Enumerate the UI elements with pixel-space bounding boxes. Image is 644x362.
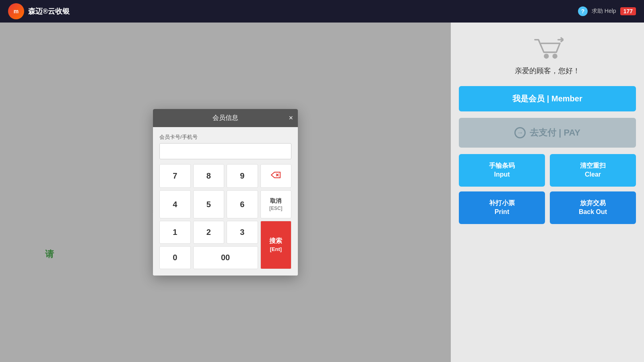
topbar: m 森迈®云收银 ? 求助 Help 177 xyxy=(0,0,644,23)
numpad-1[interactable]: 1 xyxy=(159,221,191,244)
cart-area: 亲爱的顾客，您好！ xyxy=(515,31,580,80)
pay-arrow-icon: → xyxy=(514,127,526,138)
numpad-delete[interactable] xyxy=(260,164,292,188)
member-card-input[interactable] xyxy=(159,143,291,159)
numpad-2[interactable]: 2 xyxy=(193,221,225,244)
numpad-7[interactable]: 7 xyxy=(159,164,191,188)
backout-button[interactable]: 放弃交易 Back Out xyxy=(550,191,636,224)
close-button[interactable]: × xyxy=(289,114,293,122)
greeting-text: 亲爱的顾客，您好！ xyxy=(515,66,580,76)
app-title: 森迈®云收银 xyxy=(28,6,70,16)
help-icon[interactable]: ? xyxy=(578,6,588,16)
numpad-8[interactable]: 8 xyxy=(193,164,225,188)
numpad-9[interactable]: 9 xyxy=(227,164,258,188)
dialog-title: 会员信息 xyxy=(213,114,238,121)
numpad-3[interactable]: 3 xyxy=(227,221,258,244)
print-receipt-button[interactable]: 补打小票 Print xyxy=(459,191,545,224)
pay-button[interactable]: → 去支付 | PAY xyxy=(459,118,636,148)
numpad-6[interactable]: 6 xyxy=(227,190,258,219)
cart-icon xyxy=(531,35,564,63)
numpad-0[interactable]: 0 xyxy=(159,246,191,269)
left-panel: ((·)) 请刷会员卡或输入卡号、手机号 请 会员信息 × 会员卡号/手机号 xyxy=(0,23,451,362)
modal-overlay: 会员信息 × 会员卡号/手机号 7 8 9 xyxy=(0,23,451,362)
svg-point-2 xyxy=(544,53,549,58)
dialog-header: 会员信息 × xyxy=(153,109,298,127)
numpad-search[interactable]: 搜索 [Ent] xyxy=(260,221,292,269)
backspace-icon xyxy=(271,171,281,179)
numpad-cancel[interactable]: 取消 [ESC] xyxy=(260,190,292,219)
notification-badge: 177 xyxy=(620,7,636,15)
numpad-5[interactable]: 5 xyxy=(193,190,225,219)
svg-point-3 xyxy=(552,53,557,58)
member-button[interactable]: 我是会员 | Member xyxy=(459,86,636,111)
input-barcode-button[interactable]: 手输条码 Input xyxy=(459,154,545,187)
bottom-buttons: 手输条码 Input 清空重扫 Clear 补打小票 Print 放弃交易 Ba… xyxy=(459,154,636,224)
numpad: 7 8 9 4 5 6 xyxy=(159,164,291,269)
member-dialog: 会员信息 × 会员卡号/手机号 7 8 9 xyxy=(153,109,298,276)
logo-icon: m xyxy=(8,3,24,19)
main-layout: ((·)) 请刷会员卡或输入卡号、手机号 请 会员信息 × 会员卡号/手机号 xyxy=(0,23,644,362)
dialog-body: 会员卡号/手机号 7 8 9 xyxy=(153,127,298,276)
field-label: 会员卡号/手机号 xyxy=(159,134,291,141)
topbar-left: m 森迈®云收银 xyxy=(8,3,70,19)
clear-scan-button[interactable]: 清空重扫 Clear xyxy=(550,154,636,187)
pay-label: 去支付 | PAY xyxy=(530,127,580,139)
topbar-right: ? 求助 Help 177 xyxy=(578,6,636,16)
right-panel: 亲爱的顾客，您好！ 我是会员 | Member → 去支付 | PAY 手输条码… xyxy=(451,23,644,362)
numpad-4[interactable]: 4 xyxy=(159,190,191,219)
numpad-00[interactable]: 00 xyxy=(193,246,258,269)
help-label[interactable]: 求助 Help xyxy=(592,8,616,15)
